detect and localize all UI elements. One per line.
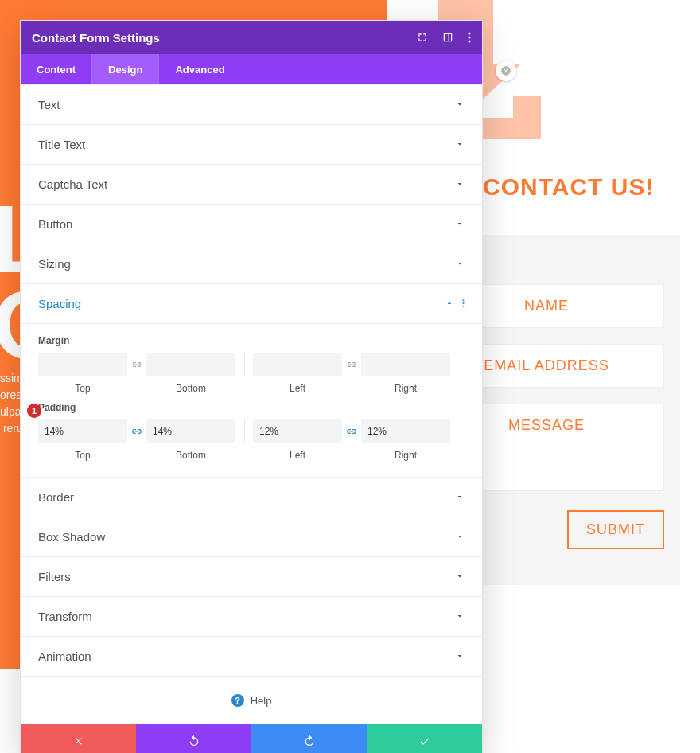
section-label: Animation <box>38 650 91 663</box>
tab-design[interactable]: Design <box>92 54 158 84</box>
section-captcha-text[interactable]: Captcha Text <box>21 165 482 205</box>
section-kebab-icon[interactable] <box>462 297 465 310</box>
section-label: Text <box>38 98 60 111</box>
chevron-down-icon <box>455 650 465 663</box>
section-border[interactable]: Border <box>21 478 482 517</box>
cancel-button[interactable] <box>21 724 136 753</box>
chevron-down-icon <box>455 490 465 504</box>
check-icon <box>418 735 431 747</box>
section-label: Title Text <box>38 138 85 151</box>
chevron-down-icon <box>455 178 465 191</box>
section-transform[interactable]: Transform <box>21 597 482 637</box>
section-label: Captcha Text <box>38 178 107 191</box>
label-bottom: Bottom <box>176 383 206 394</box>
tab-content[interactable]: Content <box>21 54 91 84</box>
divider <box>235 419 253 443</box>
contact-us-heading: CONTACT US! <box>483 174 654 201</box>
padding-label: Padding <box>38 402 465 413</box>
label-bottom: Bottom <box>176 450 206 461</box>
section-button[interactable]: Button <box>21 205 482 244</box>
svg-point-10 <box>462 306 464 307</box>
svg-point-5 <box>468 32 470 34</box>
section-filters[interactable]: Filters <box>21 557 482 597</box>
section-label: Spacing <box>38 297 81 310</box>
section-label: Button <box>38 217 72 231</box>
section-label: Box Shadow <box>38 530 105 544</box>
save-button[interactable] <box>367 724 482 753</box>
svg-point-7 <box>468 40 470 42</box>
redo-icon <box>303 735 316 747</box>
modal-header: Contact Form Settings <box>21 21 482 54</box>
label-top: Top <box>75 383 90 394</box>
padding-bottom-input[interactable] <box>146 419 235 443</box>
section-label: Transform <box>38 610 92 623</box>
margin-link-tb-icon[interactable] <box>127 353 146 376</box>
label-right: Right <box>395 383 417 394</box>
margin-bottom-input[interactable] <box>146 353 235 376</box>
svg-point-8 <box>462 299 464 301</box>
margin-controls: Top Bottom Left Right <box>38 353 465 394</box>
modal-tabs: Content Design Advanced <box>21 54 482 84</box>
help-link[interactable]: ? Help <box>21 677 482 724</box>
section-label: Filters <box>38 570 71 583</box>
padding-link-lr-icon[interactable] <box>342 419 361 443</box>
help-icon: ? <box>231 694 244 707</box>
section-spacing[interactable]: Spacing <box>21 284 482 324</box>
tab-advanced[interactable]: Advanced <box>159 54 240 84</box>
svg-point-6 <box>468 36 470 38</box>
section-sizing[interactable]: Sizing <box>21 244 482 284</box>
label-top: Top <box>75 450 90 461</box>
close-settings-bubble[interactable] <box>496 60 516 81</box>
modal-body: Text Title Text Captcha Text Button Sizi… <box>21 84 482 724</box>
expand-icon[interactable] <box>417 32 428 43</box>
section-label: Border <box>38 490 74 504</box>
chevron-down-icon <box>455 530 465 544</box>
settings-modal: Contact Form Settings Content Design Adv… <box>20 20 483 753</box>
close-icon <box>73 735 84 747</box>
padding-right-input[interactable] <box>361 419 450 443</box>
modal-title: Contact Form Settings <box>32 31 160 45</box>
chevron-down-icon <box>455 138 465 151</box>
chevron-down-icon <box>455 217 465 231</box>
section-box-shadow[interactable]: Box Shadow <box>21 517 482 557</box>
margin-label: Margin <box>38 335 465 346</box>
margin-top-input[interactable] <box>38 353 127 376</box>
margin-link-lr-icon[interactable] <box>342 353 361 376</box>
kebab-menu-icon[interactable] <box>468 32 471 43</box>
section-title-text[interactable]: Title Text <box>21 125 482 165</box>
help-label: Help <box>251 695 272 707</box>
close-icon <box>500 65 511 76</box>
chevron-down-icon <box>455 98 465 111</box>
snap-panel-icon[interactable] <box>442 32 453 43</box>
chevron-up-icon <box>445 297 454 310</box>
callout-badge-1: 1 <box>27 404 41 418</box>
label-left: Left <box>290 450 305 461</box>
padding-top-input[interactable] <box>38 419 127 443</box>
modal-header-actions <box>417 32 471 43</box>
padding-controls: Top Bottom Left Right <box>38 419 465 461</box>
margin-right-input[interactable] <box>361 353 450 376</box>
contact-submit-button[interactable]: SUBMIT <box>567 510 664 549</box>
redo-button[interactable] <box>251 724 367 753</box>
margin-left-input[interactable] <box>253 353 342 376</box>
section-text[interactable]: Text <box>21 84 482 125</box>
padding-link-tb-icon[interactable] <box>127 419 146 443</box>
svg-point-9 <box>462 302 464 304</box>
label-left: Left <box>290 383 305 394</box>
spacing-content: Margin Top Bottom Left <box>21 324 482 478</box>
chevron-down-icon <box>455 610 465 623</box>
chevron-down-icon <box>455 570 465 583</box>
label-right: Right <box>395 450 417 461</box>
padding-left-input[interactable] <box>253 419 342 443</box>
section-label: Sizing <box>38 257 71 271</box>
modal-footer <box>21 724 482 753</box>
undo-icon <box>188 735 200 747</box>
undo-button[interactable] <box>136 724 251 753</box>
divider <box>235 353 253 376</box>
chevron-down-icon <box>455 257 465 271</box>
section-animation[interactable]: Animation <box>21 637 482 677</box>
